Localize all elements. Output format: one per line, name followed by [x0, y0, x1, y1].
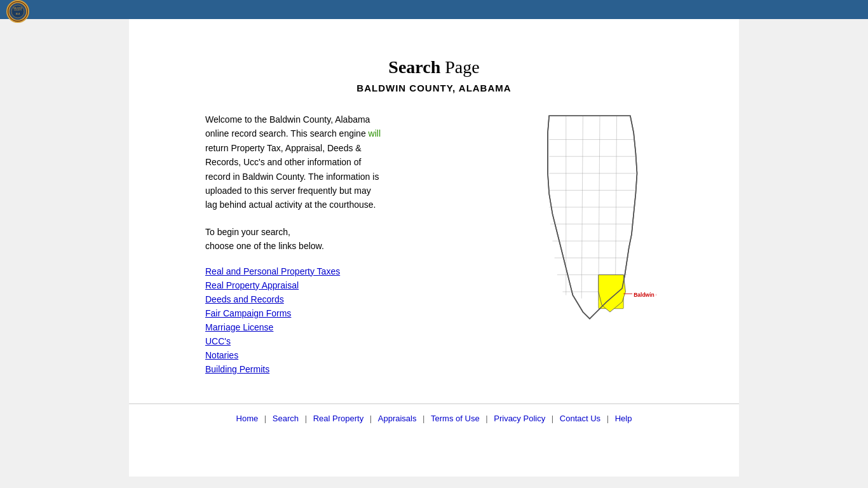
intro-paragraph-1: Welcome to the Baldwin County, Alabama o… [205, 112, 383, 212]
svg-text:COUNTY: COUNTY [14, 9, 22, 11]
svg-text:Baldwin County, Alabama: Baldwin County, Alabama [634, 292, 656, 298]
footer-link-contact-us[interactable]: Contact Us [560, 414, 600, 423]
footer-separator: | [302, 414, 309, 423]
svg-text:ALA: ALA [16, 13, 20, 15]
page-title-bold: Search [388, 57, 440, 77]
intro-text-1: Welcome to the Baldwin County, Alabama o… [205, 114, 370, 139]
page-title: Search Page [129, 57, 739, 78]
footer-separator: | [367, 414, 374, 423]
main-content: Search Page BALDWIN COUNTY, ALABAMA Welc… [129, 19, 739, 477]
footer-links: Home | Search | Real Property | Appraisa… [234, 414, 635, 423]
footer-link-appraisals[interactable]: Appraisals [378, 414, 417, 423]
footer-link-terms-of-use[interactable]: Terms of Use [431, 414, 480, 423]
nav-link-item-marriage-license: Marriage License [205, 322, 498, 332]
footer: Home | Search | Real Property | Appraisa… [129, 403, 739, 433]
footer-separator: | [420, 414, 427, 423]
intro-paragraph-2: To begin your search, choose one of the … [205, 225, 383, 254]
intro-highlight: will [369, 128, 381, 139]
nav-link-marriage-license[interactable]: Marriage License [205, 322, 273, 332]
nav-link-real-property-appraisal[interactable]: Real Property Appraisal [205, 280, 299, 290]
top-navigation: BALDWIN COUNTY ALA [0, 0, 868, 19]
nav-link-real-personal-property[interactable]: Real and Personal Property Taxes [205, 266, 340, 276]
nav-link-item-uccs: UCC's [205, 336, 498, 346]
begin-line-2: choose one of the links below. [205, 241, 324, 251]
alabama-map: Baldwin County, Alabama [523, 112, 656, 322]
footer-link-search[interactable]: Search [273, 414, 299, 423]
footer-link-home[interactable]: Home [236, 414, 259, 423]
footer-separator: | [604, 414, 611, 423]
footer-link-help[interactable]: Help [615, 414, 632, 423]
map-container: Baldwin County, Alabama [523, 112, 663, 324]
nav-link-item-building-permits: Building Permits [205, 364, 498, 374]
footer-link-real-property[interactable]: Real Property [313, 414, 363, 423]
footer-separator: | [549, 414, 556, 423]
begin-line-1: To begin your search, [205, 227, 290, 237]
nav-link-deeds-records[interactable]: Deeds and Records [205, 294, 284, 304]
right-content: Baldwin County, Alabama [523, 112, 663, 378]
nav-link-notaries[interactable]: Notaries [205, 350, 238, 360]
content-area: Welcome to the Baldwin County, Alabama o… [129, 112, 739, 378]
footer-separator: | [262, 414, 269, 423]
footer-separator: | [484, 414, 491, 423]
nav-link-item-fair-campaign: Fair Campaign Forms [205, 308, 498, 318]
logo-area: BALDWIN COUNTY ALA [6, 0, 29, 23]
nav-link-fair-campaign[interactable]: Fair Campaign Forms [205, 308, 291, 318]
nav-link-item-deeds-records: Deeds and Records [205, 294, 498, 304]
nav-link-item-real-property-appraisal: Real Property Appraisal [205, 280, 498, 290]
nav-link-item-notaries: Notaries [205, 350, 498, 360]
nav-link-uccs[interactable]: UCC's [205, 336, 231, 346]
nav-link-item-real-personal-property: Real and Personal Property Taxes [205, 266, 498, 276]
page-heading: Search Page [129, 57, 739, 78]
site-logo: BALDWIN COUNTY ALA [6, 0, 29, 23]
navigation-links: Real and Personal Property TaxesReal Pro… [205, 266, 498, 374]
page-title-rest: Page [440, 57, 479, 77]
nav-link-building-permits[interactable]: Building Permits [205, 364, 269, 374]
intro-text-2: return Property Tax, Appraisal, Deeds & … [205, 143, 379, 210]
footer-link-privacy-policy[interactable]: Privacy Policy [494, 414, 545, 423]
county-subtitle: BALDWIN COUNTY, ALABAMA [129, 83, 739, 93]
left-content: Welcome to the Baldwin County, Alabama o… [205, 112, 498, 378]
